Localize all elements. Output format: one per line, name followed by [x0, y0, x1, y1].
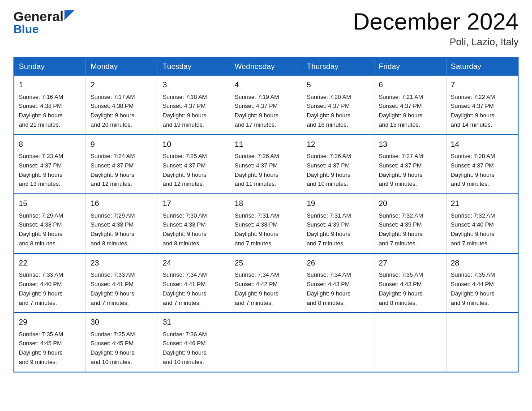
day-number: 21	[451, 198, 513, 210]
day-info: Sunrise: 7:34 AM Sunset: 4:43 PM Dayligh…	[307, 270, 369, 308]
calendar-day-cell: 15 Sunrise: 7:29 AM Sunset: 4:38 PM Dayl…	[14, 194, 86, 253]
day-number: 28	[451, 257, 513, 269]
calendar-week-row: 22 Sunrise: 7:33 AM Sunset: 4:40 PM Dayl…	[14, 253, 518, 313]
page-header: General Blue December 2024 Poli, Lazio, …	[13, 9, 519, 48]
day-info: Sunrise: 7:36 AM Sunset: 4:46 PM Dayligh…	[163, 330, 225, 367]
day-info: Sunrise: 7:34 AM Sunset: 4:41 PM Dayligh…	[163, 270, 225, 308]
day-number: 17	[163, 198, 225, 210]
calendar-day-cell: 21 Sunrise: 7:32 AM Sunset: 4:40 PM Dayl…	[446, 194, 518, 253]
day-number: 14	[451, 139, 513, 150]
calendar-day-cell: 5 Sunrise: 7:20 AM Sunset: 4:37 PM Dayli…	[302, 76, 374, 135]
calendar-day-cell: 11 Sunrise: 7:26 AM Sunset: 4:37 PM Dayl…	[230, 135, 302, 194]
day-info: Sunrise: 7:26 AM Sunset: 4:37 PM Dayligh…	[235, 152, 297, 189]
day-info: Sunrise: 7:33 AM Sunset: 4:41 PM Dayligh…	[90, 270, 153, 308]
day-number: 22	[19, 257, 81, 269]
calendar-day-cell: 18 Sunrise: 7:31 AM Sunset: 4:38 PM Dayl…	[230, 194, 302, 253]
logo-blue-text: Blue	[13, 22, 74, 36]
day-info: Sunrise: 7:26 AM Sunset: 4:37 PM Dayligh…	[307, 152, 369, 189]
day-info: Sunrise: 7:25 AM Sunset: 4:37 PM Dayligh…	[163, 152, 225, 189]
day-number: 11	[235, 139, 297, 150]
calendar-day-cell: 22 Sunrise: 7:33 AM Sunset: 4:40 PM Dayl…	[14, 253, 86, 313]
day-of-week-header: Thursday	[302, 57, 374, 76]
day-number: 25	[235, 257, 297, 269]
day-info: Sunrise: 7:33 AM Sunset: 4:40 PM Dayligh…	[19, 270, 81, 308]
calendar-day-cell: 19 Sunrise: 7:31 AM Sunset: 4:39 PM Dayl…	[302, 194, 374, 253]
calendar-day-cell: 24 Sunrise: 7:34 AM Sunset: 4:41 PM Dayl…	[158, 253, 230, 313]
day-of-week-header: Sunday	[14, 57, 86, 76]
calendar-table: SundayMondayTuesdayWednesdayThursdayFrid…	[13, 57, 519, 372]
day-number: 12	[307, 139, 369, 150]
day-of-week-header: Friday	[374, 57, 446, 76]
day-info: Sunrise: 7:35 AM Sunset: 4:45 PM Dayligh…	[19, 330, 81, 367]
day-info: Sunrise: 7:21 AM Sunset: 4:37 PM Dayligh…	[379, 93, 442, 130]
day-info: Sunrise: 7:24 AM Sunset: 4:37 PM Dayligh…	[90, 152, 153, 189]
calendar-week-row: 29 Sunrise: 7:35 AM Sunset: 4:45 PM Dayl…	[14, 313, 518, 372]
day-number: 7	[451, 79, 513, 91]
day-info: Sunrise: 7:20 AM Sunset: 4:37 PM Dayligh…	[307, 93, 369, 130]
day-info: Sunrise: 7:29 AM Sunset: 4:38 PM Dayligh…	[19, 211, 81, 248]
day-info: Sunrise: 7:18 AM Sunset: 4:37 PM Dayligh…	[163, 93, 225, 130]
day-number: 16	[90, 198, 153, 210]
calendar-day-cell: 23 Sunrise: 7:33 AM Sunset: 4:41 PM Dayl…	[86, 253, 158, 313]
day-info: Sunrise: 7:35 AM Sunset: 4:44 PM Dayligh…	[451, 270, 513, 308]
day-info: Sunrise: 7:32 AM Sunset: 4:40 PM Dayligh…	[451, 211, 513, 248]
day-number: 27	[379, 257, 442, 269]
calendar-week-row: 8 Sunrise: 7:23 AM Sunset: 4:37 PM Dayli…	[14, 135, 518, 194]
day-info: Sunrise: 7:16 AM Sunset: 4:38 PM Dayligh…	[19, 93, 81, 130]
day-number: 5	[307, 79, 369, 91]
day-info: Sunrise: 7:29 AM Sunset: 4:38 PM Dayligh…	[90, 211, 153, 248]
calendar-day-cell: 9 Sunrise: 7:24 AM Sunset: 4:37 PM Dayli…	[86, 135, 158, 194]
day-of-week-header: Monday	[86, 57, 158, 76]
day-info: Sunrise: 7:28 AM Sunset: 4:37 PM Dayligh…	[451, 152, 513, 189]
day-info: Sunrise: 7:31 AM Sunset: 4:39 PM Dayligh…	[307, 211, 369, 248]
day-number: 13	[379, 139, 442, 150]
day-number: 23	[90, 257, 153, 269]
calendar-day-cell: 12 Sunrise: 7:26 AM Sunset: 4:37 PM Dayl…	[302, 135, 374, 194]
day-number: 20	[379, 198, 442, 210]
day-number: 24	[163, 257, 225, 269]
calendar-header-row: SundayMondayTuesdayWednesdayThursdayFrid…	[14, 57, 518, 76]
calendar-week-row: 1 Sunrise: 7:16 AM Sunset: 4:38 PM Dayli…	[14, 76, 518, 135]
location-text: Poli, Lazio, Italy	[353, 36, 519, 48]
calendar-day-cell: 7 Sunrise: 7:22 AM Sunset: 4:37 PM Dayli…	[446, 76, 518, 135]
logo: General Blue	[13, 9, 74, 36]
month-title: December 2024	[353, 9, 519, 34]
calendar-day-cell: 6 Sunrise: 7:21 AM Sunset: 4:37 PM Dayli…	[374, 76, 446, 135]
logo-general-text: General	[13, 9, 64, 24]
title-section: December 2024 Poli, Lazio, Italy	[353, 9, 519, 48]
calendar-day-cell: 27 Sunrise: 7:35 AM Sunset: 4:43 PM Dayl…	[374, 253, 446, 313]
calendar-day-cell: 10 Sunrise: 7:25 AM Sunset: 4:37 PM Dayl…	[158, 135, 230, 194]
day-number: 31	[163, 317, 225, 328]
calendar-day-cell: 14 Sunrise: 7:28 AM Sunset: 4:37 PM Dayl…	[446, 135, 518, 194]
logo-arrow-icon	[64, 10, 74, 20]
day-info: Sunrise: 7:35 AM Sunset: 4:43 PM Dayligh…	[379, 270, 442, 308]
calendar-day-cell: 29 Sunrise: 7:35 AM Sunset: 4:45 PM Dayl…	[14, 313, 86, 372]
calendar-day-cell: 13 Sunrise: 7:27 AM Sunset: 4:37 PM Dayl…	[374, 135, 446, 194]
calendar-day-cell: 26 Sunrise: 7:34 AM Sunset: 4:43 PM Dayl…	[302, 253, 374, 313]
day-number: 15	[19, 198, 81, 210]
calendar-day-cell: 17 Sunrise: 7:30 AM Sunset: 4:38 PM Dayl…	[158, 194, 230, 253]
calendar-day-cell: 16 Sunrise: 7:29 AM Sunset: 4:38 PM Dayl…	[86, 194, 158, 253]
calendar-day-cell: 25 Sunrise: 7:34 AM Sunset: 4:42 PM Dayl…	[230, 253, 302, 313]
day-info: Sunrise: 7:35 AM Sunset: 4:45 PM Dayligh…	[90, 330, 153, 367]
calendar-day-cell	[446, 313, 518, 372]
day-of-week-header: Saturday	[446, 57, 518, 76]
calendar-day-cell: 30 Sunrise: 7:35 AM Sunset: 4:45 PM Dayl…	[86, 313, 158, 372]
calendar-day-cell	[302, 313, 374, 372]
day-number: 4	[235, 79, 297, 91]
day-info: Sunrise: 7:30 AM Sunset: 4:38 PM Dayligh…	[163, 211, 225, 248]
day-number: 30	[90, 317, 153, 328]
svg-marker-0	[64, 10, 74, 20]
day-of-week-header: Tuesday	[158, 57, 230, 76]
day-info: Sunrise: 7:23 AM Sunset: 4:37 PM Dayligh…	[19, 152, 81, 189]
calendar-day-cell: 28 Sunrise: 7:35 AM Sunset: 4:44 PM Dayl…	[446, 253, 518, 313]
day-number: 6	[379, 79, 442, 91]
calendar-day-cell: 20 Sunrise: 7:32 AM Sunset: 4:39 PM Dayl…	[374, 194, 446, 253]
day-info: Sunrise: 7:17 AM Sunset: 4:38 PM Dayligh…	[90, 93, 153, 130]
day-number: 18	[235, 198, 297, 210]
day-number: 9	[90, 139, 153, 150]
calendar-day-cell: 31 Sunrise: 7:36 AM Sunset: 4:46 PM Dayl…	[158, 313, 230, 372]
calendar-day-cell: 1 Sunrise: 7:16 AM Sunset: 4:38 PM Dayli…	[14, 76, 86, 135]
day-info: Sunrise: 7:27 AM Sunset: 4:37 PM Dayligh…	[379, 152, 442, 189]
calendar-week-row: 15 Sunrise: 7:29 AM Sunset: 4:38 PM Dayl…	[14, 194, 518, 253]
